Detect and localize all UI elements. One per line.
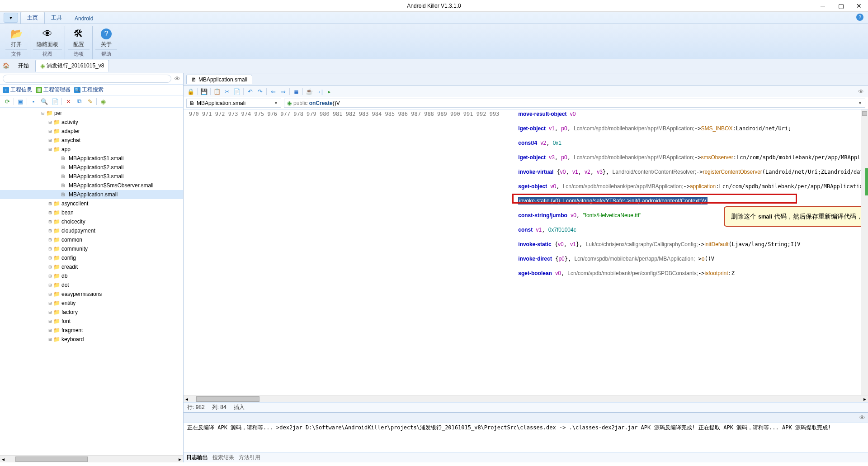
tree-folder[interactable]: ⊞📁common [0, 235, 183, 244]
cut-button[interactable]: ✂ [222, 87, 231, 96]
tree-folder[interactable]: ⊞📁entitiy [0, 299, 183, 308]
app-menu-button[interactable]: ▾ [4, 13, 18, 23]
question-icon: ? [99, 27, 113, 41]
method-icon: ◉ [287, 100, 292, 106]
editor-h-scrollbar[interactable]: ◂ ▸ [184, 395, 868, 402]
code-editor[interactable]: 970 971 972 973 974 975 976 977 978 979 … [184, 109, 868, 395]
folder-icon: 📁 [53, 127, 60, 135]
tree-file[interactable]: 🗎MBApplication$SmsObserver.smali [0, 181, 183, 190]
ribbon-tab-tools[interactable]: 工具 [45, 12, 68, 24]
tree-folder[interactable]: ⊞📁choicecity [0, 217, 183, 226]
next-button[interactable]: ⇒ [278, 87, 288, 96]
tree-folder[interactable]: ⊞📁dot [0, 281, 183, 290]
android-icon: ◉ [40, 63, 45, 69]
status-mode: 插入 [234, 404, 245, 411]
config-button[interactable]: 🛠 配置 [68, 26, 90, 48]
android-button[interactable]: ◉ [99, 97, 108, 106]
tree-file[interactable]: 🗎MBApplication$2.smali [0, 163, 183, 172]
hide-panel-button[interactable]: 👁 隐藏面板 [33, 26, 62, 48]
tree-folder[interactable]: ⊞📁factory [0, 308, 183, 317]
output-tab-ref[interactable]: 方法引用 [239, 454, 260, 461]
folder-icon: 📁 [53, 281, 60, 289]
rename-button[interactable]: ✎ [85, 97, 94, 106]
minimize-button[interactable]: ─ [814, 0, 832, 11]
editor-v-scrollbar[interactable] [861, 109, 868, 395]
help-icon[interactable]: ? [856, 14, 863, 21]
prev-button[interactable]: ⇐ [269, 87, 278, 96]
project-search-input[interactable] [3, 75, 171, 83]
lock-icon[interactable]: 🔒 [186, 87, 195, 96]
chevron-down-icon: ▼ [858, 101, 862, 105]
tree-folder[interactable]: ⊞📁asyncclient [0, 199, 183, 208]
output-log[interactable]: 正在反编译 APK 源码，请稍等... >dex2jar D:\Software… [184, 423, 868, 452]
save-button[interactable]: 💾 [199, 87, 208, 96]
filter-toggle-icon[interactable]: 👁 [174, 75, 180, 82]
find-button[interactable]: 🔍 [40, 97, 49, 106]
run-button[interactable]: ▸ [325, 87, 334, 96]
tree-folder[interactable]: ⊞📁adapter [0, 127, 183, 136]
refresh-button[interactable]: ⟳ [3, 97, 12, 106]
tab-project-search[interactable]: 🔍工程搜索 [74, 86, 104, 94]
copy-button[interactable]: 📋 [212, 87, 222, 96]
expand-all-button[interactable]: ▣ [16, 97, 25, 106]
file-icon: 🗎 [61, 172, 67, 181]
method-dropdown[interactable]: ◉ public onCreate()V ▼ [284, 99, 865, 108]
collapse-all-button[interactable]: ▪ [29, 97, 38, 106]
locate-button[interactable]: 📄 [51, 97, 60, 106]
editor-statusbar: 行: 982 列: 84 插入 [184, 402, 868, 412]
tree-folder[interactable]: ⊟📁per [0, 109, 183, 118]
tab-start[interactable]: 开始 [14, 60, 33, 71]
code-content[interactable]: move-result-object v0 iget-object v1, p0… [502, 109, 868, 395]
file-dropdown[interactable]: 🗎 MBApplication.smali ▼ [186, 99, 281, 108]
tree-folder[interactable]: ⊞📁config [0, 253, 183, 262]
document-tabs: 🏠 开始 ◉ 浦发银行_20161015_v8 [0, 59, 868, 73]
status-line: 行: 982 [187, 404, 205, 411]
redo-button[interactable]: ↷ [255, 87, 264, 96]
editor-tab[interactable]: 🗎 MBApplication.smali [186, 75, 252, 84]
about-button[interactable]: ? 关于 [95, 26, 117, 48]
tab-project[interactable]: ◉ 浦发银行_20161015_v8 [35, 60, 109, 72]
tree-folder[interactable]: ⊞📁cloudpayment [0, 226, 183, 235]
tree-folder[interactable]: ⊞📁font [0, 317, 183, 326]
tree-folder[interactable]: ⊞📁anychat [0, 136, 183, 145]
maximize-button[interactable]: ▢ [832, 0, 850, 11]
delete-button[interactable]: ✕ [64, 97, 73, 106]
project-tree[interactable]: ⊟📁per⊞📁activity⊞📁adapter⊞📁anychat⊟📁app🗎M… [0, 108, 183, 455]
output-eye-icon[interactable]: 👁 [859, 414, 865, 421]
tree-folder[interactable]: ⊞📁keyboard [0, 335, 183, 344]
close-button[interactable]: ✕ [850, 0, 868, 11]
folder-icon: 📁 [53, 218, 60, 226]
tree-file[interactable]: 🗎MBApplication.smali [0, 190, 183, 199]
output-tab-log[interactable]: 日志输出 [186, 454, 208, 461]
indent-button[interactable]: →| [315, 87, 324, 96]
tree-folder[interactable]: ⊞📁bean [0, 208, 183, 217]
tab-project-info[interactable]: i工程信息 [3, 86, 32, 94]
undo-button[interactable]: ↶ [245, 87, 255, 96]
paste-button[interactable]: 📄 [232, 87, 241, 96]
tree-folder[interactable]: ⊞📁community [0, 244, 183, 253]
format-button[interactable]: ≣ [292, 87, 301, 96]
open-button[interactable]: 📂 打开 [5, 26, 27, 48]
folder-icon: 📁 [53, 136, 60, 144]
output-tab-result[interactable]: 搜索结果 [212, 454, 234, 461]
file-icon: 🗎 [61, 181, 67, 190]
tree-folder[interactable]: ⊞📁fragment [0, 326, 183, 335]
copy-button[interactable]: ⧉ [75, 97, 84, 106]
tree-folder[interactable]: ⊞📁activity [0, 118, 183, 127]
ribbon-tab-android[interactable]: Android [68, 14, 99, 24]
folder-icon: 📁 [53, 145, 60, 153]
tree-folder[interactable]: ⊟📁app [0, 145, 183, 154]
tree-h-scrollbar[interactable]: ◂ ▸ [0, 455, 183, 462]
tree-file[interactable]: 🗎MBApplication$1.smali [0, 154, 183, 163]
folder-icon: 📁 [46, 109, 52, 117]
eye-toggle-icon[interactable]: 👁 [856, 87, 865, 96]
java-button[interactable]: ☕ [305, 87, 314, 96]
tree-folder[interactable]: ⊞📁db [0, 271, 183, 281]
tab-project-manager[interactable]: ▦工程管理器 [36, 86, 71, 94]
folder-icon: 📁 [53, 236, 60, 244]
tree-folder[interactable]: ⊞📁easypermissions [0, 290, 183, 299]
folder-icon: 📁 [53, 200, 60, 208]
ribbon-tab-home[interactable]: 主页 [20, 12, 45, 24]
tree-file[interactable]: 🗎MBApplication$3.smali [0, 172, 183, 181]
tree-folder[interactable]: ⊞📁creadit [0, 262, 183, 271]
